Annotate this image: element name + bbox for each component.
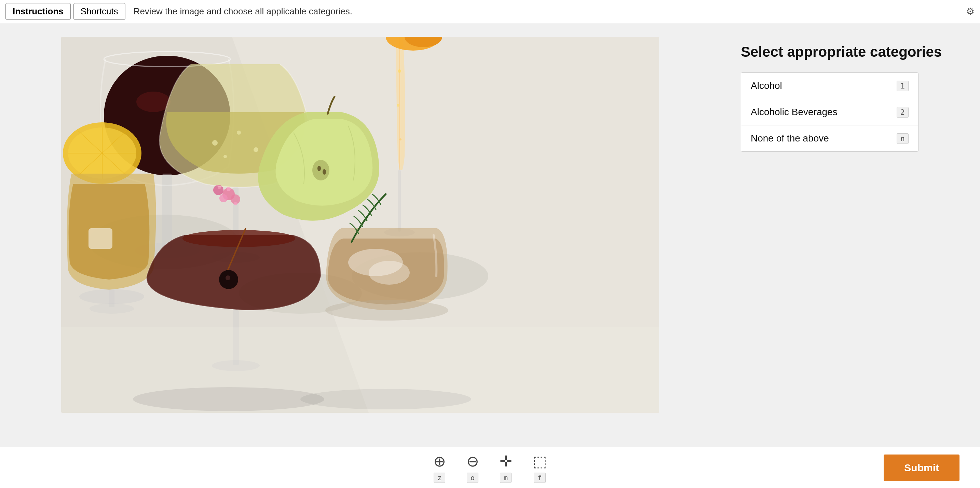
- move-shortcut: m: [500, 473, 512, 483]
- category-item-alcoholic-beverages[interactable]: Alcoholic Beverages 2: [741, 99, 918, 126]
- svg-point-12: [397, 104, 399, 107]
- image-container: [61, 37, 659, 413]
- header: Instructions Shortcuts Review the image …: [0, 0, 980, 23]
- svg-point-51: [369, 261, 410, 285]
- bottom-bar: ⊕ z ⊖ o ✛ m ⬚ f Submit: [0, 447, 980, 488]
- svg-point-20: [253, 147, 258, 152]
- zoom-in-tool[interactable]: ⊕ z: [433, 453, 446, 483]
- gear-icon[interactable]: ⚙: [966, 6, 975, 17]
- image-area: [0, 23, 720, 447]
- instructions-button[interactable]: Instructions: [5, 3, 71, 20]
- svg-point-18: [212, 140, 218, 146]
- move-icon: ✛: [500, 453, 512, 470]
- category-label-alcohol: Alcohol: [751, 80, 782, 91]
- category-label-none: None of the above: [751, 133, 829, 144]
- svg-point-44: [226, 275, 230, 280]
- zoom-in-shortcut: z: [434, 473, 445, 483]
- task-description: Review the image and choose all applicab…: [134, 6, 352, 17]
- category-shortcut-none: n: [897, 133, 908, 144]
- fit-icon: ⬚: [533, 453, 547, 470]
- right-panel: Select appropriate categories Alcohol 1 …: [720, 23, 980, 447]
- svg-point-27: [220, 194, 228, 202]
- category-shortcut-alcohol: 1: [897, 81, 908, 91]
- move-tool[interactable]: ✛ m: [500, 453, 512, 483]
- svg-point-21: [223, 155, 227, 158]
- svg-point-47: [312, 160, 329, 180]
- zoom-out-shortcut: o: [467, 473, 478, 483]
- svg-point-40: [89, 304, 134, 314]
- category-label-alcoholic-beverages: Alcoholic Beverages: [751, 107, 837, 118]
- fit-shortcut: f: [534, 473, 546, 483]
- svg-point-11: [398, 69, 401, 73]
- svg-point-30: [234, 202, 237, 205]
- svg-point-52: [325, 300, 448, 321]
- category-item-alcohol[interactable]: Alcohol 1: [741, 73, 918, 99]
- svg-point-49: [323, 169, 326, 175]
- cocktail-image: [61, 37, 659, 413]
- svg-point-13: [399, 138, 401, 140]
- shortcuts-button[interactable]: Shortcuts: [73, 3, 126, 20]
- svg-rect-16: [398, 170, 401, 232]
- zoom-in-icon: ⊕: [433, 453, 446, 470]
- zoom-out-icon: ⊖: [466, 453, 479, 470]
- category-list: Alcohol 1 Alcoholic Beverages 2 None of …: [741, 72, 918, 152]
- svg-rect-55: [61, 327, 659, 413]
- main-content: Select appropriate categories Alcohol 1 …: [0, 23, 980, 447]
- svg-point-19: [237, 130, 241, 135]
- toolbar-icons: ⊕ z ⊖ o ✛ m ⬚ f: [433, 453, 547, 483]
- svg-point-48: [317, 166, 321, 171]
- zoom-out-tool[interactable]: ⊖ o: [466, 453, 479, 483]
- svg-rect-37: [89, 228, 113, 249]
- category-shortcut-alcoholic-beverages: 2: [897, 107, 908, 118]
- submit-button[interactable]: Submit: [884, 455, 959, 481]
- panel-title: Select appropriate categories: [741, 44, 959, 60]
- fit-tool[interactable]: ⬚ f: [533, 453, 547, 483]
- category-item-none[interactable]: None of the above n: [741, 126, 918, 151]
